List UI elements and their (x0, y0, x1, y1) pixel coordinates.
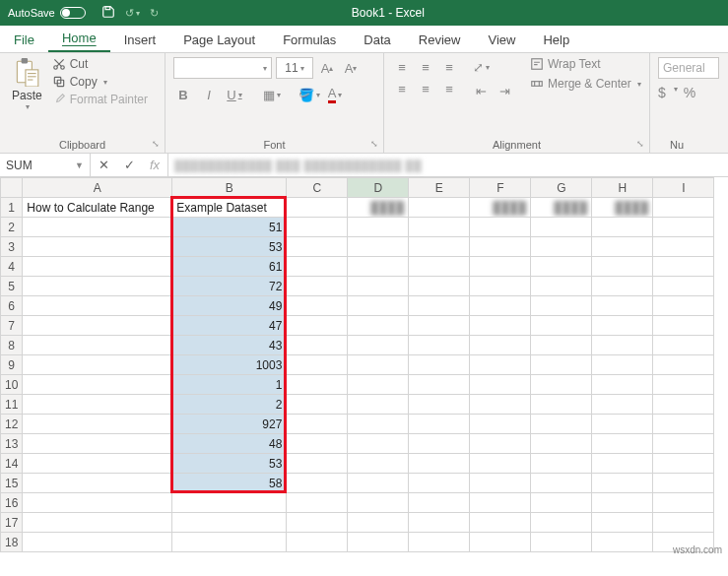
cell-A18[interactable] (23, 533, 172, 552)
cell-G5[interactable] (531, 277, 592, 296)
formula-input[interactable]: ████████████ ███ ████████████ ██ (168, 154, 728, 176)
cell-I11[interactable] (653, 395, 714, 415)
fill-color-icon[interactable]: 🪣▾ (299, 85, 319, 104)
cell-F1[interactable]: ████ (470, 198, 531, 218)
cell-D8[interactable] (348, 336, 409, 355)
decrease-indent-icon[interactable]: ⇤ (471, 81, 491, 100)
cell-I16[interactable] (653, 493, 714, 513)
border-icon[interactable]: ▦▾ (262, 85, 282, 104)
cell-A11[interactable] (23, 395, 172, 415)
column-header-E[interactable]: E (409, 178, 470, 198)
cell-I4[interactable] (653, 257, 714, 277)
underline-button[interactable]: U▾ (225, 85, 244, 104)
cell-E18[interactable] (409, 533, 470, 552)
percent-icon[interactable]: % (684, 85, 695, 100)
cell-E5[interactable] (409, 277, 470, 296)
column-header-D[interactable]: D (348, 178, 409, 198)
decrease-font-icon[interactable]: A▾ (341, 58, 361, 78)
row-header-5[interactable]: 5 (1, 277, 23, 296)
align-bottom-icon[interactable]: ≡ (439, 57, 459, 77)
cell-C15[interactable] (287, 474, 348, 493)
row-header-10[interactable]: 10 (1, 375, 23, 395)
select-all-corner[interactable] (1, 178, 23, 198)
cell-F16[interactable] (470, 493, 531, 513)
column-header-C[interactable]: C (287, 178, 348, 198)
tab-data[interactable]: Data (350, 28, 404, 52)
cell-E7[interactable] (409, 316, 470, 336)
cell-D10[interactable] (348, 375, 409, 395)
cell-A7[interactable] (23, 316, 172, 336)
wrap-text-button[interactable]: Wrap Text (530, 57, 641, 71)
autosave-toggle[interactable]: AutoSave (0, 7, 94, 19)
tab-page-layout[interactable]: Page Layout (169, 28, 269, 52)
number-format-select[interactable]: General (658, 57, 719, 79)
cell-E3[interactable] (409, 237, 470, 257)
cell-G15[interactable] (531, 474, 592, 493)
cell-E14[interactable] (409, 454, 470, 474)
cell-B17[interactable] (172, 513, 287, 533)
cell-A9[interactable] (23, 355, 172, 375)
cell-A5[interactable] (23, 277, 172, 296)
row-header-18[interactable]: 18 (1, 533, 23, 552)
cell-H2[interactable] (592, 218, 653, 237)
cell-E1[interactable] (409, 198, 470, 218)
cell-C16[interactable] (287, 493, 348, 513)
cell-C2[interactable] (287, 218, 348, 237)
cell-B12[interactable]: 927 (172, 415, 287, 434)
cell-I17[interactable] (653, 513, 714, 533)
cell-B4[interactable]: 61 (172, 257, 287, 277)
cell-G2[interactable] (531, 218, 592, 237)
cell-E15[interactable] (409, 474, 470, 493)
cell-H11[interactable] (592, 395, 653, 415)
cell-E10[interactable] (409, 375, 470, 395)
cell-C17[interactable] (287, 513, 348, 533)
cell-G13[interactable] (531, 434, 592, 454)
cell-F9[interactable] (470, 355, 531, 375)
tab-review[interactable]: Review (405, 28, 475, 52)
cell-I1[interactable] (653, 198, 714, 218)
font-color-icon[interactable]: A▾ (325, 85, 345, 104)
cell-H16[interactable] (592, 493, 653, 513)
cell-E2[interactable] (409, 218, 470, 237)
tab-home[interactable]: Home (48, 26, 110, 52)
cell-E13[interactable] (409, 434, 470, 454)
cell-C12[interactable] (287, 415, 348, 434)
cell-B16[interactable] (172, 493, 287, 513)
cell-H3[interactable] (592, 237, 653, 257)
cell-I9[interactable] (653, 355, 714, 375)
redo-icon[interactable]: ↻ (150, 7, 159, 20)
cell-F14[interactable] (470, 454, 531, 474)
cell-F10[interactable] (470, 375, 531, 395)
cell-E6[interactable] (409, 296, 470, 316)
cell-F5[interactable] (470, 277, 531, 296)
cell-F4[interactable] (470, 257, 531, 277)
cell-G10[interactable] (531, 375, 592, 395)
cell-G12[interactable] (531, 415, 592, 434)
align-left-icon[interactable]: ≡ (392, 79, 412, 98)
cell-C5[interactable] (287, 277, 348, 296)
cell-G16[interactable] (531, 493, 592, 513)
cell-C9[interactable] (287, 355, 348, 375)
cell-I7[interactable] (653, 316, 714, 336)
cell-H1[interactable]: ████ (592, 198, 653, 218)
cell-F17[interactable] (470, 513, 531, 533)
cell-B11[interactable]: 2 (172, 395, 287, 415)
cell-B8[interactable]: 43 (172, 336, 287, 355)
cell-F11[interactable] (470, 395, 531, 415)
cell-D13[interactable] (348, 434, 409, 454)
cell-D16[interactable] (348, 493, 409, 513)
increase-indent-icon[interactable]: ⇥ (495, 81, 514, 100)
cell-C6[interactable] (287, 296, 348, 316)
spreadsheet-grid[interactable]: ABCDEFGHI1How to Calculate RangeExample … (0, 177, 728, 558)
cell-D4[interactable] (348, 257, 409, 277)
cell-E17[interactable] (409, 513, 470, 533)
cell-B5[interactable]: 72 (172, 277, 287, 296)
cell-A14[interactable] (23, 454, 172, 474)
cell-H12[interactable] (592, 415, 653, 434)
cell-B10[interactable]: 1 (172, 375, 287, 395)
cell-E9[interactable] (409, 355, 470, 375)
cell-I10[interactable] (653, 375, 714, 395)
cell-G3[interactable] (531, 237, 592, 257)
cell-C4[interactable] (287, 257, 348, 277)
column-header-H[interactable]: H (592, 178, 653, 198)
